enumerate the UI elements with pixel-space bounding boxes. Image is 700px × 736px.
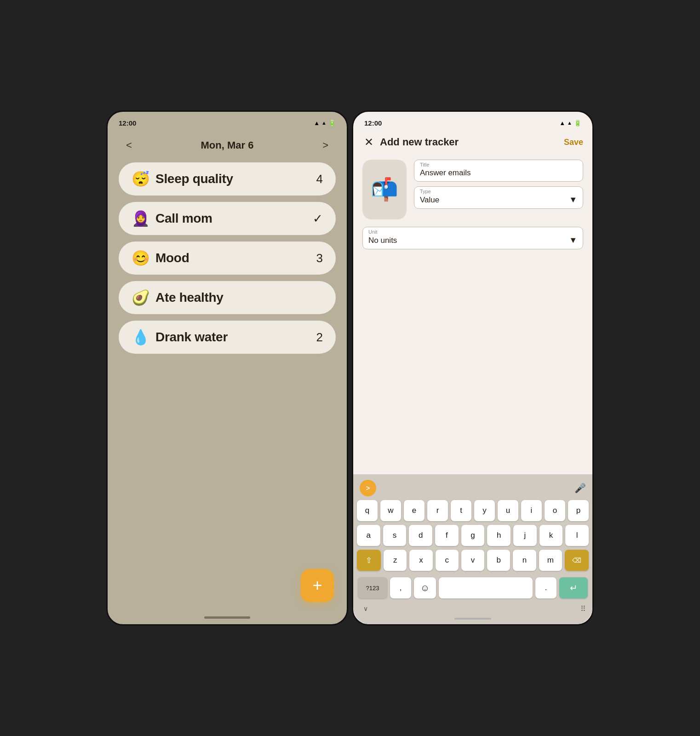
type-field[interactable]: Type Value ▼: [414, 186, 583, 209]
tracker-item-left-sleep: 😴 Sleep quality: [132, 172, 233, 186]
title-type-fields: Title Answer emails Type Value ▼: [414, 160, 583, 219]
key-v[interactable]: v: [461, 550, 484, 571]
status-icons-left: ▲ ▲ 🔋: [314, 120, 336, 126]
tracker-item-mood[interactable]: 😊 Mood 3: [119, 242, 336, 275]
key-e[interactable]: e: [404, 500, 425, 521]
unit-select[interactable]: No units ▼: [368, 236, 577, 245]
tracker-setup-row: 📬 Title Answer emails Type Value ▼: [362, 160, 583, 219]
tracker-item-left-drankwater: 💧 Drank water: [132, 330, 228, 345]
key-b[interactable]: b: [487, 550, 510, 571]
shift-key[interactable]: ⇧: [357, 550, 381, 571]
status-bar-right: 12:00 ▲ ▲ 🔋: [353, 112, 592, 130]
key-d[interactable]: d: [409, 525, 432, 546]
key-k[interactable]: k: [539, 525, 563, 546]
key-z[interactable]: z: [384, 550, 407, 571]
unit-field[interactable]: Unit No units ▼: [362, 227, 583, 249]
key-r[interactable]: r: [427, 500, 448, 521]
title-field[interactable]: Title Answer emails: [414, 160, 583, 182]
left-phone: 12:00 ▲ ▲ 🔋 < Mon, Mar 6 > 😴 Sleep quali…: [106, 110, 348, 626]
tracker-value-drankwater: 2: [316, 330, 323, 345]
tracker-name-drankwater: Drank water: [155, 330, 228, 345]
key-p[interactable]: p: [568, 500, 589, 521]
status-bar-left: 12:00 ▲ ▲ 🔋: [108, 112, 347, 130]
numbers-key[interactable]: ?123: [358, 577, 387, 598]
enter-key[interactable]: ↵: [559, 577, 588, 598]
battery-icon: 🔋: [328, 120, 336, 126]
key-j[interactable]: j: [513, 525, 537, 546]
key-l[interactable]: l: [565, 525, 589, 546]
tracker-name-sleep: Sleep quality: [155, 172, 233, 186]
signal-icon-right: ▲: [567, 120, 572, 126]
title-field-label: Title: [420, 162, 577, 167]
keyboard-toolbar: > 🎤: [356, 478, 590, 500]
add-tracker-fab[interactable]: +: [301, 569, 334, 602]
save-button[interactable]: Save: [564, 138, 583, 147]
tracker-list: 😴 Sleep quality 4 🧕 Call mom ✓ 😊 Mo: [119, 162, 336, 354]
key-comma[interactable]: ,: [390, 577, 411, 598]
keyboard-row-1: q w e r t y u i o p: [357, 500, 589, 521]
key-g[interactable]: g: [461, 525, 485, 546]
key-n[interactable]: n: [513, 550, 536, 571]
tracker-emoji-atehealthy: 🥑: [132, 290, 150, 305]
key-i[interactable]: i: [521, 500, 542, 521]
microphone-icon[interactable]: 🎤: [574, 483, 586, 494]
tracker-emoji-callmom: 🧕: [132, 211, 150, 226]
tracker-item-sleep[interactable]: 😴 Sleep quality 4: [119, 162, 336, 196]
current-date: Mon, Mar 6: [201, 139, 254, 151]
tracker-emoji-drankwater: 💧: [132, 330, 150, 345]
key-m[interactable]: m: [539, 550, 562, 571]
backspace-key[interactable]: ⌫: [565, 550, 589, 571]
tracker-emoji-mood: 😊: [132, 251, 150, 265]
battery-icon-right: 🔋: [574, 120, 581, 126]
next-date-button[interactable]: >: [319, 138, 332, 153]
title-field-value[interactable]: Answer emails: [420, 168, 577, 178]
keyboard-options-icon[interactable]: ⠿: [580, 604, 586, 613]
prev-date-button[interactable]: <: [122, 138, 136, 153]
tracker-name-mood: Mood: [155, 251, 189, 265]
key-q[interactable]: q: [357, 500, 378, 521]
signal-icon: ▲: [321, 120, 327, 126]
spacebar[interactable]: [439, 577, 533, 598]
key-period[interactable]: .: [535, 577, 557, 598]
tracker-value-mood: 3: [316, 251, 323, 265]
key-a[interactable]: a: [357, 525, 380, 546]
tracker-item-left-mood: 😊 Mood: [132, 251, 189, 265]
keyboard-hide-button[interactable]: ∨: [360, 603, 372, 614]
key-u[interactable]: u: [498, 500, 518, 521]
page-title: Add new tracker: [380, 136, 459, 148]
keyboard: > 🎤 q w e r t y u i o p: [353, 474, 592, 624]
time-left: 12:00: [119, 119, 136, 127]
key-x[interactable]: x: [409, 550, 432, 571]
date-navigation: < Mon, Mar 6 >: [119, 130, 336, 162]
key-o[interactable]: o: [545, 500, 565, 521]
tracker-item-callmom[interactable]: 🧕 Call mom ✓: [119, 202, 336, 235]
key-s[interactable]: s: [383, 525, 407, 546]
key-y[interactable]: y: [474, 500, 495, 521]
time-right: 12:00: [364, 119, 382, 127]
tracker-name-atehealthy: Ate healthy: [155, 290, 224, 305]
right-phone: 12:00 ▲ ▲ 🔋 ✕ Add new tracker Save 📬: [352, 110, 594, 626]
unit-field-label: Unit: [368, 229, 577, 235]
key-c[interactable]: c: [436, 550, 459, 571]
keyboard-expand-button[interactable]: >: [360, 480, 376, 496]
type-field-value: Value: [420, 196, 439, 205]
wifi-icon-right: ▲: [559, 120, 565, 126]
tracker-item-drankwater[interactable]: 💧 Drank water 2: [119, 321, 336, 354]
chevron-right-icon: >: [366, 484, 370, 492]
chevron-down-icon-unit: ▼: [569, 236, 577, 245]
add-icon: +: [312, 576, 322, 595]
close-button[interactable]: ✕: [362, 134, 375, 150]
emoji-picker[interactable]: 📬: [362, 160, 407, 219]
keyboard-row-4: ?123 , ☺ . ↵: [357, 575, 589, 600]
type-select[interactable]: Value ▼: [420, 195, 577, 205]
key-w[interactable]: w: [380, 500, 401, 521]
key-h[interactable]: h: [487, 525, 511, 546]
tracker-value-sleep: 4: [316, 172, 323, 186]
emoji-key[interactable]: ☺: [414, 577, 436, 598]
keyboard-row-3: ⇧ z x c v b n m ⌫: [357, 550, 589, 571]
key-t[interactable]: t: [451, 500, 471, 521]
tracker-item-left-callmom: 🧕 Call mom: [132, 211, 212, 226]
key-f[interactable]: f: [435, 525, 459, 546]
tracker-item-left-atehealthy: 🥑 Ate healthy: [132, 290, 224, 305]
tracker-item-atehealthy[interactable]: 🥑 Ate healthy: [119, 281, 336, 314]
